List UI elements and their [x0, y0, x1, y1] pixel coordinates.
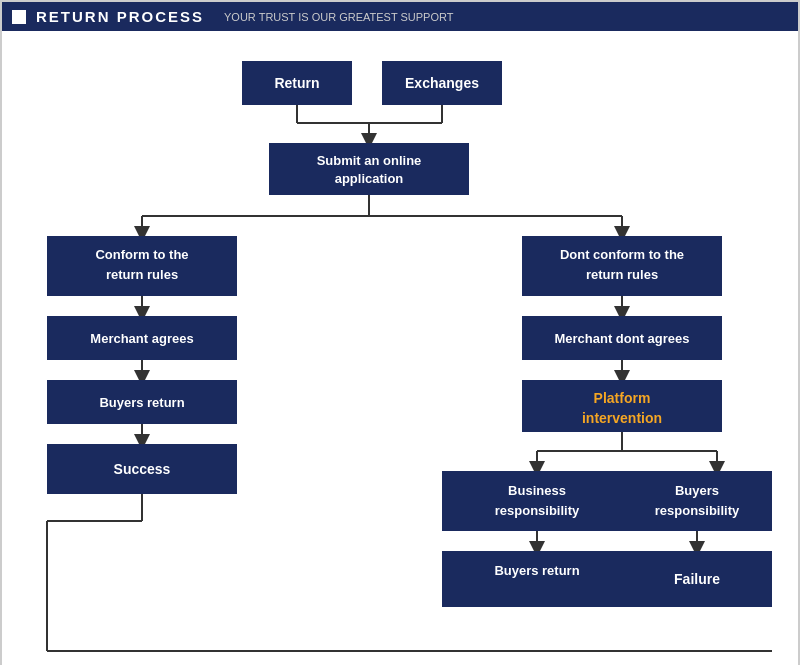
buyers-return-right-node: Buyers return [494, 563, 579, 578]
platform-node: Platform [594, 390, 651, 406]
svg-rect-38 [622, 471, 772, 531]
flow-diagram: Return Exchanges Submit an online applic… [32, 51, 772, 665]
svg-text:responsibility: responsibility [655, 503, 740, 518]
merchant-dont-node: Merchant dont agrees [554, 331, 689, 346]
diagram-area: Return Exchanges Submit an online applic… [2, 31, 798, 665]
failure-node: Failure [674, 571, 720, 587]
submit-node: Submit an online [317, 153, 422, 168]
svg-rect-13 [47, 236, 237, 296]
svg-text:responsibility: responsibility [495, 503, 580, 518]
svg-text:intervention: intervention [582, 410, 662, 426]
svg-rect-41 [442, 551, 632, 607]
svg-text:application: application [335, 171, 404, 186]
buyers-resp-node: Buyers [675, 483, 719, 498]
svg-text:return rules: return rules [106, 267, 178, 282]
svg-rect-36 [442, 471, 632, 531]
exchanges-node: Exchanges [405, 75, 479, 91]
header: RETURN PROCESS YOUR TRUST IS OUR GREATES… [2, 2, 798, 31]
business-resp-node: Business [508, 483, 566, 498]
header-icon [12, 10, 26, 24]
conform-node: Conform to the [95, 247, 188, 262]
dont-conform-node: Dont conform to the [560, 247, 684, 262]
header-title: RETURN PROCESS [36, 8, 204, 25]
svg-text:return rules: return rules [586, 267, 658, 282]
page-wrapper: RETURN PROCESS YOUR TRUST IS OUR GREATES… [0, 0, 800, 665]
success-node: Success [114, 461, 171, 477]
header-subtitle: YOUR TRUST IS OUR GREATEST SUPPORT [224, 11, 453, 23]
merchant-agrees-node: Merchant agrees [90, 331, 193, 346]
buyers-return-left-node: Buyers return [99, 395, 184, 410]
svg-rect-25 [522, 236, 722, 296]
svg-rect-7 [269, 143, 469, 195]
return-node: Return [274, 75, 319, 91]
